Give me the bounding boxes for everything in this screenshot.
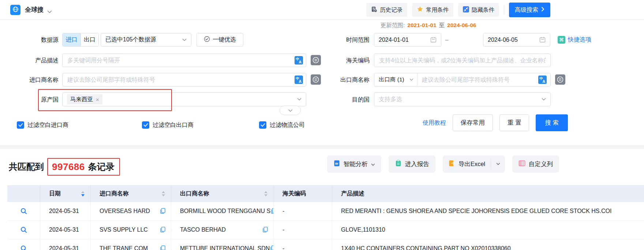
copy-icon[interactable]: [160, 227, 166, 233]
history-button[interactable]: 历史记录: [366, 3, 407, 17]
hide-conditions-button[interactable]: 隐藏条件: [458, 3, 499, 17]
product-value: GLOVE,1101310: [341, 227, 385, 233]
data-source-selected-text: 已选中105个数据源: [105, 36, 156, 44]
enter-report-label: 进入报告: [405, 160, 429, 168]
history-button-label: 历史记录: [380, 6, 402, 14]
header-cell-exporter[interactable]: 出口商名称: [171, 185, 274, 202]
cell-exporter: METTUBE INTERNATIONAL SDN: [171, 239, 274, 250]
chevron-down-icon: [297, 98, 302, 101]
quick-options-link[interactable]: ⌘ 快捷选项: [558, 36, 591, 44]
header-cell-product: 产品描述: [332, 185, 644, 202]
cell-importer: SVS SUPPLY LLC: [91, 221, 171, 239]
tab-export[interactable]: 出口: [80, 33, 98, 46]
filter-blank-importer-checkbox[interactable]: 过滤空白进口商: [17, 121, 68, 129]
exporter-type-select[interactable]: 出口商 (1): [374, 73, 418, 86]
export-options-caret[interactable]: [491, 155, 505, 173]
update-range-label: 更新范围:: [381, 22, 405, 29]
magnifier-icon[interactable]: [20, 226, 27, 234]
custom-columns-button[interactable]: 自定义列: [512, 155, 559, 173]
exporter-input[interactable]: [418, 73, 550, 86]
export-excel-button[interactable]: 导出Excel: [443, 155, 491, 173]
sort-icon[interactable]: [162, 191, 165, 196]
checkbox-checked-icon: [142, 121, 149, 129]
columns-icon: [518, 160, 525, 168]
date-to-value: 2024-06-05: [488, 37, 518, 43]
command-icon: ⌘: [558, 36, 565, 44]
origin-country-select[interactable]: 马来西亚 ×: [62, 92, 306, 106]
copy-icon[interactable]: [160, 208, 166, 214]
destination-label: 目的国: [315, 93, 370, 106]
cell-detail: [7, 221, 40, 239]
one-click-optimize-label: 一键优选: [213, 36, 236, 44]
origin-tag-label: 马来西亚: [70, 96, 93, 103]
date-to-input[interactable]: 2024-06-05: [483, 33, 550, 47]
table-row: 2024-05-31 SVS SUPPLY LLC TASCO BERHAD -…: [7, 221, 644, 239]
importer-label: 进口商名称: [4, 73, 59, 87]
translate-icon[interactable]: 中A: [295, 56, 303, 65]
exact-match-icon[interactable]: [555, 74, 565, 85]
reset-button[interactable]: 重 置: [499, 114, 529, 131]
header-label: 海关编码: [282, 190, 306, 198]
importer-input[interactable]: [62, 73, 306, 87]
magnifier-icon[interactable]: [20, 207, 27, 215]
save-favorite-button[interactable]: 保存常用: [453, 114, 493, 131]
one-click-optimize-button[interactable]: 一键优选: [196, 33, 243, 47]
table-header-row: 日期 进口商名称 出口商名称: [7, 185, 644, 202]
exporter-label: 出口商名称: [315, 73, 370, 87]
magnifier-icon[interactable]: [20, 245, 27, 250]
cell-date: 2024-05-31: [40, 202, 91, 220]
importer-value: SVS SUPPLY LLC: [100, 227, 148, 233]
tag-close-icon[interactable]: ×: [96, 97, 99, 102]
destination-select[interactable]: 支持多选: [374, 92, 551, 106]
results-summary: 共匹配到 997686 条记录: [9, 157, 120, 177]
copy-icon[interactable]: [270, 208, 274, 214]
copy-icon[interactable]: [270, 245, 274, 250]
header-cell-importer[interactable]: 进口商名称: [91, 185, 171, 202]
exporter-field: 出口商 (1): [374, 73, 551, 87]
favorites-button[interactable]: 常用条件: [412, 3, 453, 17]
cell-date: 2024-05-31: [40, 221, 91, 239]
data-source-select[interactable]: 已选中105个数据源: [101, 33, 191, 47]
translate-icon[interactable]: 中A: [538, 76, 547, 84]
collapse-form-button[interactable]: [280, 106, 301, 115]
svg-text:A: A: [543, 79, 546, 84]
sort-icon[interactable]: [264, 191, 267, 196]
smart-analysis-button[interactable]: BI 智能分析: [327, 155, 381, 173]
chevron-down-icon: [409, 78, 413, 81]
translate-icon[interactable]: 中A: [295, 76, 303, 84]
product-desc-input[interactable]: [62, 54, 306, 67]
sort-icon-date-desc-active[interactable]: [81, 191, 85, 196]
tutorial-link[interactable]: 使用教程: [423, 119, 446, 127]
bi-document-icon: BI: [333, 160, 340, 168]
tab-import[interactable]: 进口: [63, 33, 80, 46]
copy-icon[interactable]: [160, 245, 166, 250]
importer-value: OVERSEAS HARD: [100, 208, 150, 214]
app-logo: [10, 5, 20, 15]
checkbox-checked-icon: [259, 121, 266, 129]
destination-placeholder: 支持多选: [379, 96, 402, 103]
filter-logistics-checkbox[interactable]: 过滤物流公司: [259, 121, 305, 129]
table-row: 2024-05-31 THE TRANE COM METTUBE INTERNA…: [7, 239, 644, 250]
app-switcher-caret-icon[interactable]: [47, 8, 52, 15]
data-source-label: 数据源: [4, 33, 59, 47]
record-count: 997686: [52, 161, 85, 173]
enter-report-button[interactable]: 进入报告: [389, 155, 435, 173]
quick-options-label: 快捷选项: [568, 36, 591, 44]
highlight-box-count: 997686 条记录: [47, 158, 120, 176]
table-row: 2024-05-31 OVERSEAS HARD BORMILL WOOD TR…: [7, 202, 644, 221]
check-circle-icon: [204, 36, 210, 44]
search-button[interactable]: 搜 索: [536, 114, 568, 131]
date-value: 2024-05-31: [49, 245, 79, 250]
topbar-divider: [504, 5, 504, 15]
favorites-button-label: 常用条件: [426, 6, 449, 14]
header-cell-date[interactable]: 日期: [40, 185, 91, 202]
hs-code-input[interactable]: [374, 54, 551, 67]
header-label: 出口商名称: [180, 190, 209, 198]
date-from-input[interactable]: 2024-01-01: [374, 33, 441, 47]
filter-blank-exporter-checkbox[interactable]: 过滤空白出口商: [142, 121, 194, 129]
copy-icon[interactable]: [262, 227, 269, 233]
importer-value: THE TRANE COM: [100, 245, 148, 250]
calendar-icon: [430, 37, 437, 43]
advanced-search-button[interactable]: 高级搜索: [509, 3, 550, 17]
summary-suffix: 条记录: [88, 161, 115, 173]
